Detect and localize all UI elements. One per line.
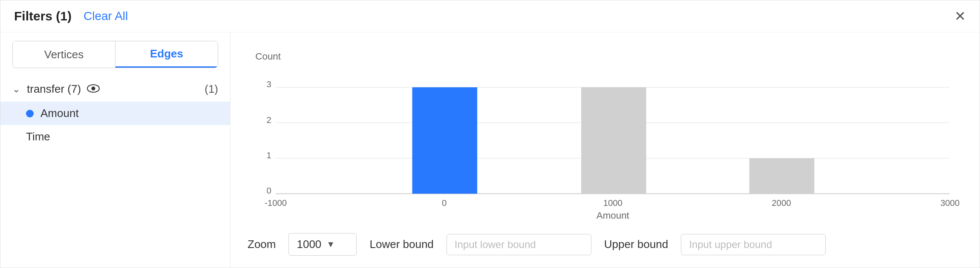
bar-0: [412, 87, 477, 194]
svg-point-1: [92, 86, 95, 90]
svg-text:2000: 2000: [772, 198, 791, 208]
upper-bound-input[interactable]: [681, 234, 826, 255]
sidebar: Vertices Edges ⌄ transfer (7) (1) Amount: [0, 32, 231, 268]
svg-text:2: 2: [267, 115, 271, 125]
zoom-value: 1000: [297, 238, 321, 251]
zoom-select[interactable]: 1000 ▼: [288, 233, 357, 256]
y-axis-label: Count: [255, 51, 281, 62]
group-label: transfer (7): [27, 83, 81, 96]
close-button[interactable]: ✕: [954, 9, 966, 23]
clear-all-button[interactable]: Clear All: [84, 9, 128, 23]
chart-wrapper: Count 0 1 2 3: [248, 45, 963, 221]
tab-row: Vertices Edges: [12, 41, 218, 68]
filters-title: Filters (1): [14, 9, 72, 23]
bar-1000: [581, 87, 646, 194]
svg-text:3000: 3000: [940, 198, 960, 208]
svg-text:0: 0: [267, 186, 271, 195]
svg-text:1: 1: [267, 151, 271, 160]
filter-item-amount[interactable]: Amount: [0, 102, 230, 125]
active-dot: [26, 110, 34, 117]
bar-2000: [749, 158, 815, 194]
controls-row: Zoom 1000 ▼ Lower bound Upper bound: [248, 229, 963, 260]
zoom-label: Zoom: [248, 238, 276, 251]
chart-area: Count 0 1 2 3: [231, 32, 980, 268]
svg-text:-1000: -1000: [265, 198, 287, 208]
group-row[interactable]: ⌄ transfer (7) (1): [0, 77, 230, 102]
filter-label-amount: Amount: [40, 107, 79, 120]
svg-text:3: 3: [267, 80, 271, 89]
chart-svg: Count 0 1 2 3: [248, 45, 963, 221]
lower-bound-label: Lower bound: [369, 238, 433, 251]
eye-icon: [87, 84, 100, 93]
tab-vertices[interactable]: Vertices: [13, 41, 115, 68]
filter-label-time: Time: [26, 130, 50, 143]
tab-edges[interactable]: Edges: [115, 41, 218, 68]
svg-text:0: 0: [442, 198, 447, 208]
lower-bound-input[interactable]: [447, 234, 591, 255]
svg-text:1000: 1000: [603, 198, 623, 208]
eye-button[interactable]: [87, 83, 100, 95]
chevron-icon: ⌄: [12, 84, 20, 95]
chevron-down-icon: ▼: [326, 239, 335, 249]
group-count: (1): [205, 83, 218, 96]
filter-item-time[interactable]: Time: [0, 125, 230, 148]
upper-bound-label: Upper bound: [604, 238, 668, 251]
x-axis-label: Amount: [597, 210, 630, 221]
